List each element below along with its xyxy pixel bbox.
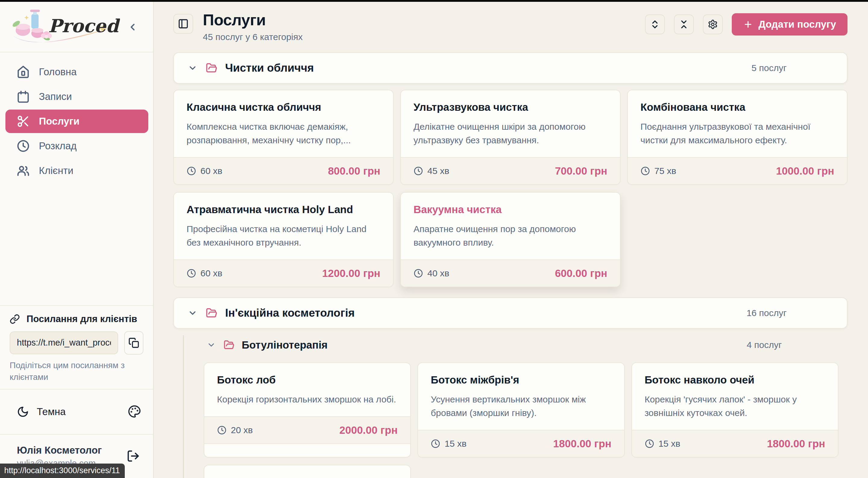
service-duration-text: 15 хв (444, 439, 467, 449)
page-title: Послуги (203, 11, 303, 29)
service-duration: 60 хв (187, 166, 222, 176)
service-card[interactable]: Ботокс навколо очей Корекція 'гусячих ла… (631, 363, 838, 457)
add-service-label: Додати послугу (758, 19, 836, 30)
sidebar-collapse-button[interactable] (124, 19, 141, 36)
sidebar-item-scissors[interactable]: Послуги (5, 109, 148, 133)
expand-all-button[interactable] (645, 14, 665, 34)
service-description: Поєднання ультразвукової та механічної ч… (641, 120, 834, 147)
service-duration: 75 хв (641, 166, 676, 176)
add-service-button[interactable]: Додати послугу (732, 13, 847, 36)
service-card[interactable]: Комбінована чистка Поєднання ультразвуко… (627, 90, 847, 185)
plus-icon (743, 20, 753, 29)
user-name: Юлія Косметолог (17, 445, 102, 456)
service-title: Ультразвукова чистка (413, 101, 607, 113)
service-card[interactable]: Атравматична чистка Holy Land Професійна… (173, 192, 394, 287)
chevron-left-icon (127, 22, 138, 33)
service-duration-text: 45 хв (427, 166, 450, 176)
service-card-footer: 40 хв 600.00 грн (401, 260, 620, 287)
subcategory-header[interactable]: Ботулінотерапія 4 послуг (204, 335, 838, 354)
service-duration-text: 60 хв (200, 166, 222, 176)
sidebar-item-label: Записи (39, 91, 72, 102)
svg-text:Procedure: Procedure (48, 15, 120, 36)
clock-icon (187, 269, 196, 278)
logo-illustration: Procedure (8, 8, 120, 46)
service-card[interactable]: Ботокс лоб Корекція горизонтальних зморш… (204, 363, 411, 457)
palette-icon (128, 405, 141, 418)
service-card-footer: 20 хв 2000.00 грн (204, 416, 410, 444)
service-description: Корекція 'гусячих лапок' - зморшок у зов… (645, 392, 825, 420)
sidebar-item-clock[interactable]: Розклад (5, 134, 148, 158)
service-card[interactable]: Ультразвукова чистка Делікатне очищення … (400, 90, 621, 185)
page-header-actions: Додати послугу (645, 13, 847, 36)
logout-button[interactable] (127, 449, 140, 464)
service-price: 1800.00 грн (553, 438, 611, 450)
users-icon (17, 164, 30, 177)
service-description: Комплексна чистка включає демакіяж, розп… (187, 120, 380, 147)
folder-open-icon (206, 307, 217, 319)
clock-icon (187, 166, 196, 176)
sidebar-item-label: Головна (39, 66, 76, 78)
service-card-body: Ботокс міжбрів'я Усунення вертикальних з… (418, 363, 624, 430)
category-section: Ін'єкційна косметологія 16 послугБотулін… (173, 297, 847, 478)
service-card-body: Вакуумна чистка Апаратне очищення пор за… (401, 193, 620, 260)
service-duration-text: 75 хв (654, 166, 676, 176)
category-section: Чистки обличчя 5 послуг Класична чистка … (173, 53, 847, 287)
service-card-partially-visible[interactable] (204, 465, 411, 478)
service-card-footer: 15 хв 1800.00 грн (632, 430, 838, 457)
theme-label: Темна (37, 406, 66, 417)
app-logo: Procedure (8, 8, 120, 46)
app-root: Procedure ГоловнаЗаписиПослугиРозкладКлі… (0, 2, 868, 478)
link-icon (10, 314, 20, 324)
clock-icon (413, 269, 423, 278)
service-card-body: Ультразвукова чистка Делікатне очищення … (401, 90, 620, 157)
service-card-body: Атравматична чистка Holy Land Професійна… (174, 193, 393, 260)
client-link-section: Посилання для клієнтів Поділіться цим по… (0, 305, 153, 389)
service-card-body: Класична чистка обличчя Комплексна чистк… (174, 90, 393, 157)
service-duration: 15 хв (431, 439, 467, 449)
client-link-title: Посилання для клієнтів (10, 314, 144, 325)
service-card[interactable]: Ботокс міжбрів'я Усунення вертикальних з… (417, 363, 624, 457)
theme-section: Темна (0, 389, 153, 434)
sidebar-header: Procedure (0, 2, 153, 53)
clock-icon (645, 439, 654, 448)
service-description: Професійна чистка на косметиці Holy Land… (187, 222, 380, 249)
service-duration: 20 хв (217, 425, 253, 435)
service-title: Ботокс міжбрів'я (431, 374, 611, 386)
status-url-tooltip: http://localhost:3000/services/11 (0, 464, 125, 478)
theme-toggle[interactable]: Темна (17, 406, 66, 418)
service-duration-text: 60 хв (200, 268, 222, 278)
palette-button[interactable] (128, 405, 141, 419)
sidebar-item-calendar[interactable]: Записи (5, 85, 148, 108)
sidebar-item-home[interactable]: Головна (5, 60, 148, 84)
service-title: Комбінована чистка (641, 101, 834, 113)
collapse-all-button[interactable] (674, 14, 694, 34)
home-icon (17, 65, 30, 78)
client-link-input[interactable] (10, 332, 118, 354)
page-subtitle: 45 послуг у 6 категоріях (203, 32, 303, 42)
service-card[interactable]: Класична чистка обличчя Комплексна чистк… (173, 90, 394, 185)
copy-link-button[interactable] (124, 331, 144, 354)
category-header[interactable]: Чистки обличчя 5 послуг (173, 53, 847, 84)
category-count: 5 послуг (752, 63, 786, 73)
service-card[interactable]: Вакуумна чистка Апаратне очищення пор за… (400, 192, 621, 287)
services-grid: Класична чистка обличчя Комплексна чистк… (173, 90, 847, 287)
service-price: 700.00 грн (555, 165, 607, 177)
sidebar-item-users[interactable]: Клієнти (5, 159, 148, 182)
settings-button[interactable] (703, 14, 723, 34)
service-description: Апаратне очищення пор за допомогою вакуу… (413, 222, 607, 249)
page-header-left: Послуги 45 послуг у 6 категоріях (173, 11, 303, 42)
sidebar-toggle-button[interactable] (173, 14, 193, 34)
category-header[interactable]: Ін'єкційна косметологія 16 послуг (173, 297, 847, 329)
service-price: 2000.00 грн (339, 424, 398, 436)
client-link-row (10, 331, 144, 354)
category-count: 16 послуг (747, 308, 786, 318)
service-duration-text: 40 хв (427, 268, 450, 278)
subcategory-tree: Ботулінотерапія 4 послуг Ботокс лоб Коре… (183, 335, 838, 478)
service-duration-text: 15 хв (658, 439, 681, 449)
chevron-down-icon (188, 308, 197, 318)
service-description: Усунення вертикальних зморшок між бровам… (431, 392, 611, 420)
client-link-hint: Поділіться цим посиланням з клієнтами (10, 360, 144, 383)
clock-icon (641, 166, 650, 176)
service-card-footer: 60 хв 1200.00 грн (174, 260, 393, 287)
service-card-body: Ботокс лоб Корекція горизонтальних зморш… (204, 363, 410, 416)
